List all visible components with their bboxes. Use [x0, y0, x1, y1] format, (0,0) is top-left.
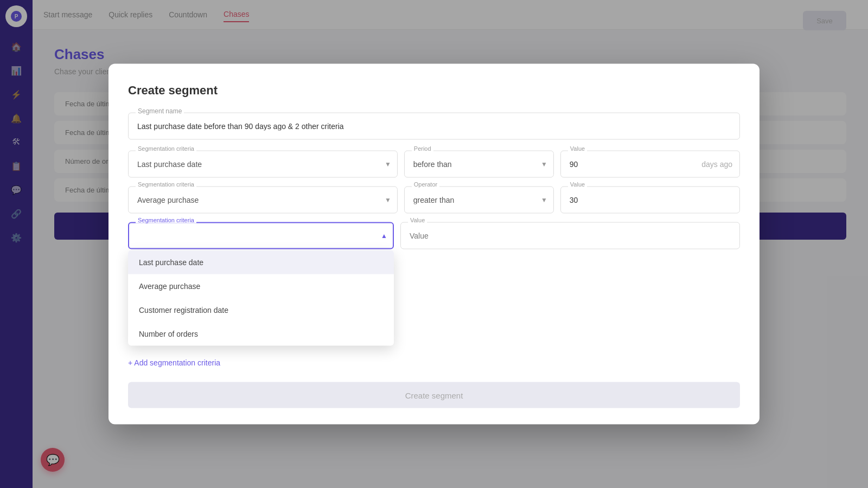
- criteria-select-1-wrapper: Segmentation criteria Last purchase date…: [128, 151, 398, 178]
- criteria-2-label: Segmentation criteria: [136, 181, 196, 188]
- create-segment-button[interactable]: Create segment: [128, 382, 740, 408]
- criteria-select-2-wrapper: Segmentation criteria Average purchase ▼: [128, 187, 398, 214]
- operator-2-wrapper: Operator greater than ▼: [404, 187, 554, 214]
- operator-2-select[interactable]: greater than: [404, 187, 554, 214]
- segment-name-label: Segment name: [136, 107, 184, 115]
- modal-title: Create segment: [128, 84, 740, 98]
- segment-name-field-group: Segment name: [128, 113, 740, 140]
- value-2-label: Value: [568, 181, 587, 188]
- segment-name-input[interactable]: [128, 113, 740, 140]
- add-criteria-link[interactable]: + Add segmentation criteria: [128, 358, 220, 367]
- criteria-dropdown-menu: Last purchase date Average purchase Cust…: [128, 251, 394, 346]
- value-3-wrapper: Value: [400, 222, 740, 249]
- value-1-wrapper: Value days ago: [560, 151, 740, 178]
- criteria-select-3-wrapper: Segmentation criteria ▲ Last purchase da…: [128, 222, 394, 249]
- create-segment-modal: Create segment Segment name Segmentation…: [108, 64, 760, 425]
- value-3-label: Value: [408, 217, 427, 223]
- period-1-label: Period: [412, 145, 433, 152]
- value-3-input[interactable]: [400, 222, 740, 249]
- period-1-select[interactable]: before than: [404, 151, 554, 178]
- criteria-1-label: Segmentation criteria: [136, 145, 196, 152]
- dropdown-item-avg-purchase[interactable]: Average purchase: [128, 274, 394, 298]
- criteria-row-3: Segmentation criteria ▲ Last purchase da…: [128, 222, 740, 249]
- period-1-wrapper: Period before than ▼: [404, 151, 554, 178]
- value-2-wrapper: Value: [560, 187, 740, 214]
- criteria-row-1: Segmentation criteria Last purchase date…: [128, 151, 740, 178]
- action-row: Create segment: [128, 382, 740, 408]
- criteria-row-2: Segmentation criteria Average purchase ▼…: [128, 187, 740, 214]
- dropdown-item-num-orders[interactable]: Number of orders: [128, 322, 394, 346]
- value-1-suffix: days ago: [701, 160, 732, 169]
- value-2-input[interactable]: [560, 187, 740, 214]
- criteria-1-select[interactable]: Last purchase date: [128, 151, 398, 178]
- criteria-3-label: Segmentation criteria: [136, 217, 196, 223]
- operator-2-label: Operator: [412, 181, 439, 188]
- criteria-3-select[interactable]: [128, 222, 394, 249]
- value-1-label: Value: [568, 145, 587, 152]
- dropdown-item-customer-reg[interactable]: Customer registration date: [128, 298, 394, 322]
- criteria-2-select[interactable]: Average purchase: [128, 187, 398, 214]
- dropdown-item-last-purchase[interactable]: Last purchase date: [128, 251, 394, 274]
